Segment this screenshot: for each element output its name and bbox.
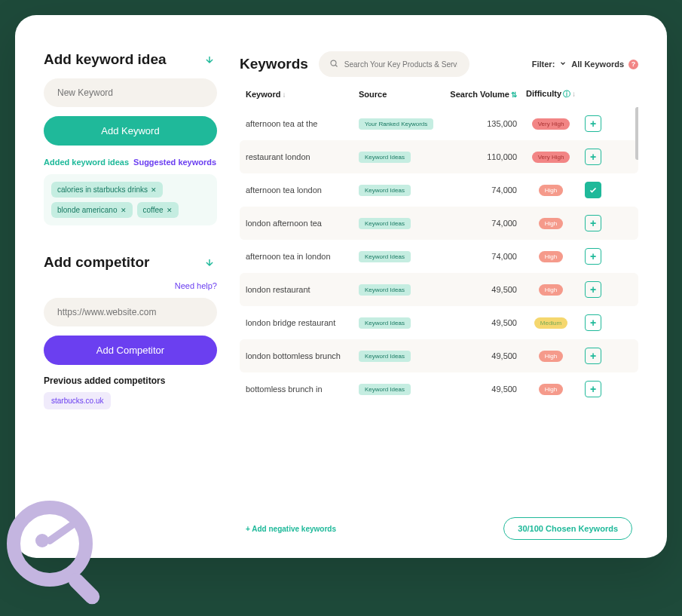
add-keyword-row-button[interactable]: + [585, 348, 601, 364]
col-volume[interactable]: Search Volume [450, 90, 509, 99]
source-badge: Your Ranked Keywords [359, 118, 433, 130]
tab-suggested-keywords[interactable]: Suggested keywords [133, 158, 216, 167]
keyword-chips-box: calories in starbucks drinks✕blonde amer… [44, 174, 217, 225]
left-column: Add keyword idea Add Keyword Added keywo… [44, 51, 217, 540]
keyword-search[interactable] [319, 51, 469, 77]
row-keyword: restaurant london [246, 152, 359, 161]
remove-chip-icon[interactable]: ✕ [121, 207, 127, 214]
table-footer: + Add negative keywords 30/100 Chosen Ke… [240, 508, 638, 540]
add-competitor-button[interactable]: Add Competitor [44, 336, 217, 365]
keyword-selected-button[interactable] [585, 182, 601, 198]
table-row: bottomless brunch in Keyword Ideas 49,50… [240, 372, 638, 406]
competitor-header: Add competitor [44, 254, 217, 271]
remove-chip-icon[interactable]: ✕ [151, 186, 157, 194]
source-badge: Keyword Ideas [359, 152, 411, 163]
source-badge: Keyword Ideas [359, 218, 411, 229]
row-keyword: london afternoon tea [246, 219, 359, 228]
difficulty-badge: High [539, 251, 563, 262]
difficulty-badge: Very High [532, 118, 570, 130]
row-volume: 135,000 [442, 119, 517, 128]
row-volume: 110,000 [442, 152, 517, 161]
difficulty-badge: Very High [532, 152, 570, 163]
row-volume: 74,000 [442, 185, 517, 195]
difficulty-badge: Medium [534, 317, 567, 329]
svg-point-0 [331, 60, 336, 66]
competitor-section: Add competitor Need help? Add Competitor… [44, 254, 217, 409]
keywords-title: Keywords [240, 56, 308, 72]
add-keyword-row-button[interactable]: + [585, 215, 601, 231]
filter-label: Filter: [532, 60, 555, 69]
add-keyword-row-button[interactable]: + [585, 381, 601, 397]
source-badge: Keyword Ideas [359, 351, 411, 362]
info-icon[interactable]: ⓘ [563, 90, 570, 98]
remove-chip-icon[interactable]: ✕ [167, 207, 173, 214]
competitor-url-input[interactable] [44, 298, 217, 326]
row-volume: 74,000 [442, 252, 517, 261]
table-row: london restaurant Keyword Ideas 49,500 H… [240, 273, 638, 306]
difficulty-badge: High [539, 185, 563, 196]
app-card: Add keyword idea Add Keyword Added keywo… [15, 15, 667, 558]
table-row: london bottomless brunch Keyword Ideas 4… [240, 339, 638, 372]
chip-label: coffee [143, 206, 164, 214]
source-badge: Keyword Ideas [359, 317, 411, 329]
add-keyword-button[interactable]: Add Keyword [44, 116, 217, 146]
right-column: Keywords Filter: All Keywords ? Keyword↓… [240, 51, 638, 540]
sort-down-icon[interactable]: ↓ [282, 90, 286, 99]
difficulty-badge: High [539, 384, 563, 395]
source-badge: Keyword Ideas [359, 251, 411, 262]
table-row: london afternoon tea Keyword Ideas 74,00… [240, 207, 638, 240]
help-icon[interactable]: ? [628, 60, 638, 69]
add-keyword-row-button[interactable]: + [585, 314, 601, 331]
row-keyword: afternoon tea in london [246, 252, 359, 261]
prev-added-label: Previous added competitors [44, 375, 217, 386]
keyword-chip[interactable]: blonde americano✕ [51, 202, 133, 218]
source-badge: Keyword Ideas [359, 384, 411, 395]
row-volume: 49,500 [442, 385, 517, 394]
collapse-arrow-icon[interactable] [202, 52, 217, 67]
add-keyword-row-button[interactable]: + [585, 281, 601, 298]
table-row: afternoon tea in london Keyword Ideas 74… [240, 240, 638, 273]
difficulty-badge: High [539, 218, 563, 229]
difficulty-badge: High [539, 351, 563, 362]
add-keyword-row-button[interactable]: + [585, 115, 601, 132]
row-keyword: afternoon tea at the [246, 119, 359, 128]
sort-down-icon[interactable]: ↓ [572, 90, 576, 98]
add-negative-link[interactable]: + Add negative keywords [246, 525, 336, 533]
row-volume: 49,500 [442, 285, 517, 294]
keyword-chip[interactable]: coffee✕ [137, 202, 179, 218]
need-help-link[interactable]: Need help? [44, 281, 217, 290]
source-badge: Keyword Ideas [359, 185, 411, 196]
table-row: london bridge restaurant Keyword Ideas 4… [240, 306, 638, 339]
collapse-arrow-icon[interactable] [202, 255, 217, 270]
filter-value[interactable]: All Keywords [571, 60, 624, 69]
source-badge: Keyword Ideas [359, 284, 411, 296]
col-source[interactable]: Source [359, 90, 387, 99]
chip-label: calories in starbucks drinks [57, 185, 148, 194]
chosen-keywords-button[interactable]: 30/100 Chosen Keywords [503, 517, 632, 540]
table-row: afternoon tea london Keyword Ideas 74,00… [240, 173, 638, 207]
tab-added-keywords[interactable]: Added keyword ideas [44, 158, 129, 167]
row-keyword: bottomless brunch in [246, 385, 359, 394]
filter-area: Filter: All Keywords ? [532, 60, 638, 69]
row-keyword: afternoon tea london [246, 185, 359, 195]
add-keyword-row-button[interactable]: + [585, 248, 601, 265]
new-keyword-input[interactable] [44, 78, 217, 107]
keyword-tabs: Added keyword ideas Suggested keywords [44, 158, 217, 167]
add-keyword-row-button[interactable]: + [585, 149, 601, 165]
chip-label: blonde americano [57, 206, 118, 214]
competitor-chip[interactable]: starbucks.co.uk [44, 392, 111, 409]
difficulty-badge: High [539, 284, 563, 296]
sort-icon[interactable]: ⇅ [511, 90, 517, 99]
search-input[interactable] [344, 60, 457, 69]
row-keyword: london bottomless brunch [246, 351, 359, 360]
keywords-header: Keywords Filter: All Keywords ? [240, 51, 638, 77]
search-icon [329, 57, 338, 71]
keyword-chip[interactable]: calories in starbucks drinks✕ [51, 182, 163, 198]
table-header: Keyword↓ Source Search Volume⇅ Difficult… [240, 77, 638, 107]
row-volume: 49,500 [442, 351, 517, 360]
col-difficulty[interactable]: Difficulty [526, 89, 561, 98]
row-keyword: london restaurant [246, 285, 359, 294]
col-keyword[interactable]: Keyword [246, 90, 280, 99]
chevron-down-icon[interactable] [559, 60, 567, 69]
scrollbar[interactable] [635, 107, 638, 160]
